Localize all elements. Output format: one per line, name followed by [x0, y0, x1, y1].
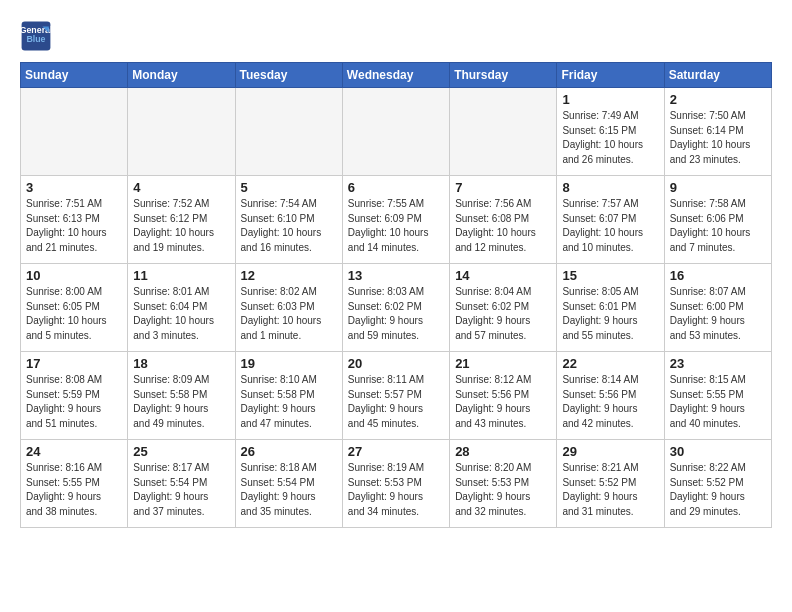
- day-info: Sunrise: 8:00 AM Sunset: 6:05 PM Dayligh…: [26, 285, 122, 343]
- day-number: 29: [562, 444, 658, 459]
- calendar-week-row: 24Sunrise: 8:16 AM Sunset: 5:55 PM Dayli…: [21, 440, 772, 528]
- day-number: 12: [241, 268, 337, 283]
- day-number: 13: [348, 268, 444, 283]
- day-of-week-header: Saturday: [664, 63, 771, 88]
- calendar-cell: 25Sunrise: 8:17 AM Sunset: 5:54 PM Dayli…: [128, 440, 235, 528]
- day-info: Sunrise: 8:19 AM Sunset: 5:53 PM Dayligh…: [348, 461, 444, 519]
- calendar-cell: 27Sunrise: 8:19 AM Sunset: 5:53 PM Dayli…: [342, 440, 449, 528]
- day-number: 30: [670, 444, 766, 459]
- calendar-cell: 17Sunrise: 8:08 AM Sunset: 5:59 PM Dayli…: [21, 352, 128, 440]
- calendar-cell: 7Sunrise: 7:56 AM Sunset: 6:08 PM Daylig…: [450, 176, 557, 264]
- day-info: Sunrise: 8:17 AM Sunset: 5:54 PM Dayligh…: [133, 461, 229, 519]
- day-of-week-header: Thursday: [450, 63, 557, 88]
- calendar-cell: [342, 88, 449, 176]
- calendar-cell: 24Sunrise: 8:16 AM Sunset: 5:55 PM Dayli…: [21, 440, 128, 528]
- calendar-cell: [450, 88, 557, 176]
- calendar-header-row: SundayMondayTuesdayWednesdayThursdayFrid…: [21, 63, 772, 88]
- calendar-cell: 22Sunrise: 8:14 AM Sunset: 5:56 PM Dayli…: [557, 352, 664, 440]
- day-of-week-header: Wednesday: [342, 63, 449, 88]
- day-number: 21: [455, 356, 551, 371]
- header: General Blue: [20, 20, 772, 52]
- day-info: Sunrise: 8:09 AM Sunset: 5:58 PM Dayligh…: [133, 373, 229, 431]
- day-info: Sunrise: 8:07 AM Sunset: 6:00 PM Dayligh…: [670, 285, 766, 343]
- day-number: 27: [348, 444, 444, 459]
- day-info: Sunrise: 8:11 AM Sunset: 5:57 PM Dayligh…: [348, 373, 444, 431]
- day-info: Sunrise: 8:08 AM Sunset: 5:59 PM Dayligh…: [26, 373, 122, 431]
- day-info: Sunrise: 7:54 AM Sunset: 6:10 PM Dayligh…: [241, 197, 337, 255]
- calendar-cell: 3Sunrise: 7:51 AM Sunset: 6:13 PM Daylig…: [21, 176, 128, 264]
- logo: General Blue: [20, 20, 58, 52]
- day-number: 20: [348, 356, 444, 371]
- calendar-cell: 4Sunrise: 7:52 AM Sunset: 6:12 PM Daylig…: [128, 176, 235, 264]
- calendar-cell: 28Sunrise: 8:20 AM Sunset: 5:53 PM Dayli…: [450, 440, 557, 528]
- day-info: Sunrise: 8:16 AM Sunset: 5:55 PM Dayligh…: [26, 461, 122, 519]
- calendar-cell: 30Sunrise: 8:22 AM Sunset: 5:52 PM Dayli…: [664, 440, 771, 528]
- calendar-week-row: 10Sunrise: 8:00 AM Sunset: 6:05 PM Dayli…: [21, 264, 772, 352]
- day-number: 4: [133, 180, 229, 195]
- calendar-cell: 14Sunrise: 8:04 AM Sunset: 6:02 PM Dayli…: [450, 264, 557, 352]
- day-number: 3: [26, 180, 122, 195]
- day-info: Sunrise: 8:14 AM Sunset: 5:56 PM Dayligh…: [562, 373, 658, 431]
- day-number: 18: [133, 356, 229, 371]
- day-info: Sunrise: 8:22 AM Sunset: 5:52 PM Dayligh…: [670, 461, 766, 519]
- day-info: Sunrise: 8:15 AM Sunset: 5:55 PM Dayligh…: [670, 373, 766, 431]
- day-info: Sunrise: 7:52 AM Sunset: 6:12 PM Dayligh…: [133, 197, 229, 255]
- day-number: 9: [670, 180, 766, 195]
- calendar-cell: 20Sunrise: 8:11 AM Sunset: 5:57 PM Dayli…: [342, 352, 449, 440]
- day-info: Sunrise: 8:21 AM Sunset: 5:52 PM Dayligh…: [562, 461, 658, 519]
- day-of-week-header: Sunday: [21, 63, 128, 88]
- day-number: 2: [670, 92, 766, 107]
- calendar-cell: 9Sunrise: 7:58 AM Sunset: 6:06 PM Daylig…: [664, 176, 771, 264]
- day-number: 22: [562, 356, 658, 371]
- calendar-cell: 29Sunrise: 8:21 AM Sunset: 5:52 PM Dayli…: [557, 440, 664, 528]
- calendar-cell: 6Sunrise: 7:55 AM Sunset: 6:09 PM Daylig…: [342, 176, 449, 264]
- calendar-cell: 19Sunrise: 8:10 AM Sunset: 5:58 PM Dayli…: [235, 352, 342, 440]
- day-number: 15: [562, 268, 658, 283]
- calendar-cell: [235, 88, 342, 176]
- calendar-cell: 13Sunrise: 8:03 AM Sunset: 6:02 PM Dayli…: [342, 264, 449, 352]
- day-info: Sunrise: 7:57 AM Sunset: 6:07 PM Dayligh…: [562, 197, 658, 255]
- day-info: Sunrise: 8:02 AM Sunset: 6:03 PM Dayligh…: [241, 285, 337, 343]
- day-number: 16: [670, 268, 766, 283]
- day-info: Sunrise: 8:20 AM Sunset: 5:53 PM Dayligh…: [455, 461, 551, 519]
- calendar-cell: 15Sunrise: 8:05 AM Sunset: 6:01 PM Dayli…: [557, 264, 664, 352]
- calendar-cell: 1Sunrise: 7:49 AM Sunset: 6:15 PM Daylig…: [557, 88, 664, 176]
- svg-text:Blue: Blue: [26, 34, 45, 44]
- day-of-week-header: Friday: [557, 63, 664, 88]
- day-info: Sunrise: 8:05 AM Sunset: 6:01 PM Dayligh…: [562, 285, 658, 343]
- calendar-week-row: 17Sunrise: 8:08 AM Sunset: 5:59 PM Dayli…: [21, 352, 772, 440]
- calendar-cell: 12Sunrise: 8:02 AM Sunset: 6:03 PM Dayli…: [235, 264, 342, 352]
- calendar-table: SundayMondayTuesdayWednesdayThursdayFrid…: [20, 62, 772, 528]
- day-info: Sunrise: 8:10 AM Sunset: 5:58 PM Dayligh…: [241, 373, 337, 431]
- day-number: 6: [348, 180, 444, 195]
- calendar-cell: 5Sunrise: 7:54 AM Sunset: 6:10 PM Daylig…: [235, 176, 342, 264]
- calendar-cell: 21Sunrise: 8:12 AM Sunset: 5:56 PM Dayli…: [450, 352, 557, 440]
- day-info: Sunrise: 7:56 AM Sunset: 6:08 PM Dayligh…: [455, 197, 551, 255]
- day-number: 19: [241, 356, 337, 371]
- calendar-cell: 16Sunrise: 8:07 AM Sunset: 6:00 PM Dayli…: [664, 264, 771, 352]
- calendar-cell: 11Sunrise: 8:01 AM Sunset: 6:04 PM Dayli…: [128, 264, 235, 352]
- calendar-cell: 23Sunrise: 8:15 AM Sunset: 5:55 PM Dayli…: [664, 352, 771, 440]
- day-info: Sunrise: 8:12 AM Sunset: 5:56 PM Dayligh…: [455, 373, 551, 431]
- day-info: Sunrise: 7:55 AM Sunset: 6:09 PM Dayligh…: [348, 197, 444, 255]
- day-number: 11: [133, 268, 229, 283]
- day-number: 8: [562, 180, 658, 195]
- calendar-week-row: 3Sunrise: 7:51 AM Sunset: 6:13 PM Daylig…: [21, 176, 772, 264]
- day-number: 17: [26, 356, 122, 371]
- day-info: Sunrise: 8:18 AM Sunset: 5:54 PM Dayligh…: [241, 461, 337, 519]
- day-number: 26: [241, 444, 337, 459]
- day-info: Sunrise: 8:01 AM Sunset: 6:04 PM Dayligh…: [133, 285, 229, 343]
- day-of-week-header: Tuesday: [235, 63, 342, 88]
- day-number: 23: [670, 356, 766, 371]
- day-of-week-header: Monday: [128, 63, 235, 88]
- day-info: Sunrise: 7:51 AM Sunset: 6:13 PM Dayligh…: [26, 197, 122, 255]
- day-number: 5: [241, 180, 337, 195]
- day-number: 28: [455, 444, 551, 459]
- calendar-cell: 2Sunrise: 7:50 AM Sunset: 6:14 PM Daylig…: [664, 88, 771, 176]
- calendar-cell: 26Sunrise: 8:18 AM Sunset: 5:54 PM Dayli…: [235, 440, 342, 528]
- calendar-cell: 10Sunrise: 8:00 AM Sunset: 6:05 PM Dayli…: [21, 264, 128, 352]
- day-info: Sunrise: 7:58 AM Sunset: 6:06 PM Dayligh…: [670, 197, 766, 255]
- calendar-week-row: 1Sunrise: 7:49 AM Sunset: 6:15 PM Daylig…: [21, 88, 772, 176]
- day-number: 7: [455, 180, 551, 195]
- day-info: Sunrise: 8:04 AM Sunset: 6:02 PM Dayligh…: [455, 285, 551, 343]
